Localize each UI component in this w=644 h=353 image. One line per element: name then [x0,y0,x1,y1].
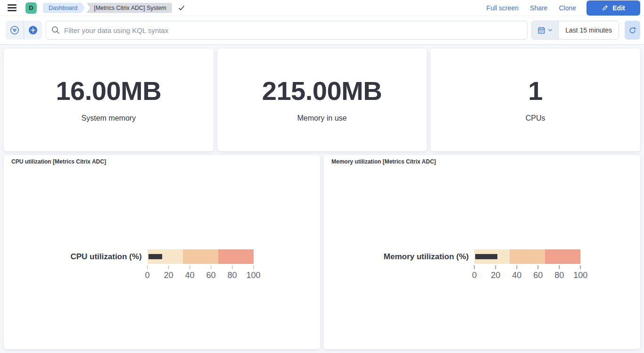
gauge-band [510,249,545,264]
main-menu-button[interactable] [5,1,19,15]
panel-memory-utilization: Memory utilization [Metrics Citrix ADC] … [324,155,640,349]
tick-mark [474,265,475,269]
dashboard-content: 16.00MB System memory 215.00MB Memory in… [0,45,644,353]
bullet-gauge: 020406080100 [148,249,254,281]
tick-label: 0 [145,271,150,280]
edit-button[interactable]: Edit [586,0,640,16]
tick-label: 20 [491,271,500,280]
refresh-icon [628,26,636,34]
check-icon [178,4,185,12]
add-filter-button[interactable] [24,21,42,40]
share-button[interactable]: Share [530,4,547,12]
clone-button[interactable]: Clone [559,4,576,12]
cpu-gauge-chart: CPU utilization (%) 020406080100 [4,155,320,349]
tick-mark [516,265,517,269]
tick-label: 100 [573,271,587,280]
breadcrumb-current-dashboard[interactable]: [Metrics Citrix ADC] System [86,3,172,13]
metric-card-memory-in-use: 215.00MB Memory in use [217,49,427,151]
time-picker: Last 15 minutes [531,21,619,40]
tick-label: 20 [164,271,173,280]
pencil-icon [602,4,609,11]
time-picker-calendar-button[interactable] [532,21,559,39]
plus-circle-icon [28,25,38,35]
search-icon [51,25,60,35]
tick-mark [253,265,254,269]
tick-mark [211,265,212,269]
memory-gauge-chart: Memory utilization (%) 020406080100 [324,155,640,349]
gauge-bands [474,249,580,264]
gauge-tick-labels: 020406080100 [148,271,254,281]
kql-filter-input[interactable] [46,21,528,40]
breadcrumb-dashboard[interactable]: Dashboard [43,3,85,13]
gauge-tick-labels: 020406080100 [474,271,580,281]
time-range-button[interactable]: Last 15 minutes [559,21,619,39]
tick-mark [232,265,233,269]
query-toolbar: Last 15 minutes [0,16,644,45]
filter-button-group [6,21,42,40]
dashboard-logo-badge[interactable]: D [25,2,37,14]
metric-card-system-memory: 16.00MB System memory [4,49,214,151]
gauge-title: CPU utilization (%) [70,249,141,264]
gauge-panel-row: CPU utilization [Metrics Citrix ADC] CPU… [4,155,640,349]
gauge-band [218,249,254,264]
metric-label: CPUs [526,114,545,123]
gauge-ticks [148,265,254,269]
tick-label: 100 [247,271,261,280]
gauge-band [545,249,580,264]
tick-label: 60 [206,271,216,280]
gauge-value-bar [149,254,162,259]
tick-label: 80 [228,271,237,280]
full-screen-button[interactable]: Full screen [487,4,519,12]
metric-card-row: 16.00MB System memory 215.00MB Memory in… [4,49,640,151]
tick-mark [495,265,496,269]
metric-value: 215.00MB [262,78,382,104]
chevron-down-icon [547,27,553,33]
header-actions: Full screen Share Clone Edit [487,0,640,16]
metric-label: System memory [82,114,136,123]
calendar-icon [537,26,545,34]
panel-cpu-utilization: CPU utilization [Metrics Citrix ADC] CPU… [4,155,320,349]
edit-button-label: Edit [612,4,625,12]
gauge-bands [148,249,254,264]
hamburger-icon [8,4,17,11]
gauge-title: Memory utilization (%) [384,249,469,264]
filter-circle-icon [9,25,20,35]
breadcrumb: Dashboard [Metrics Citrix ADC] System [43,3,172,13]
gauge-ticks [474,265,580,269]
gauge-band [183,249,218,264]
tick-label: 40 [185,271,195,280]
tick-label: 80 [554,271,564,280]
tick-label: 60 [533,271,543,280]
tick-mark [559,265,560,269]
metric-card-cpus: 1 CPUs [430,49,640,151]
refresh-button[interactable] [625,21,640,40]
kql-search-box [46,21,528,40]
gauge-value-bar [475,254,497,259]
bullet-gauge: 020406080100 [474,249,580,281]
metric-value: 16.00MB [56,78,161,104]
metric-value: 1 [528,78,543,104]
metric-label: Memory in use [297,114,347,123]
saved-query-menu-button[interactable] [6,21,24,40]
tick-label: 40 [512,271,521,280]
tick-mark [580,265,581,269]
tick-mark [537,265,538,269]
top-header-bar: D Dashboard [Metrics Citrix ADC] System … [0,0,644,16]
tick-mark [190,265,190,269]
tick-mark [147,265,148,269]
tick-label: 0 [472,271,477,280]
tick-mark [168,265,169,269]
